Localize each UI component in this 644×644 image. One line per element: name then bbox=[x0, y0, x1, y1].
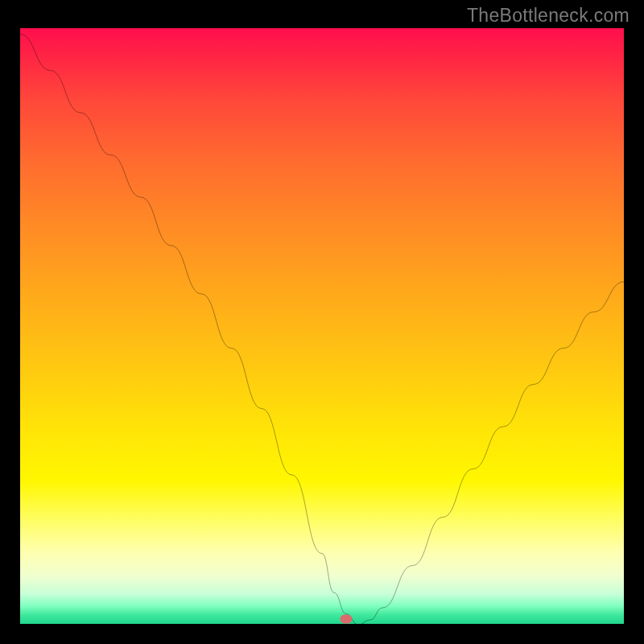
chart-viewport: TheBottleneck.com bbox=[0, 0, 644, 644]
watermark-label: TheBottleneck.com bbox=[467, 5, 630, 27]
bottleneck-marker bbox=[341, 615, 353, 624]
bottleneck-curve bbox=[20, 28, 624, 632]
curve-path bbox=[20, 35, 624, 625]
chart-area bbox=[20, 28, 624, 624]
